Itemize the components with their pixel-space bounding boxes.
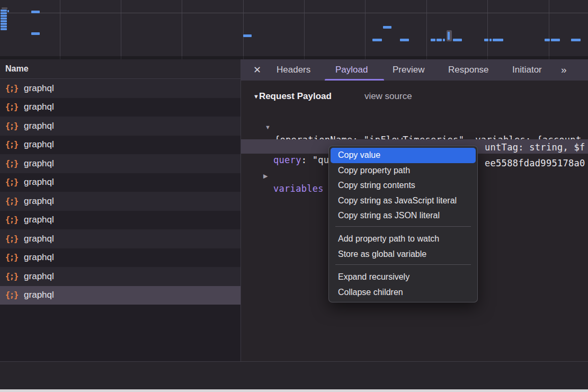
- request-row[interactable]: {;}graphql: [0, 154, 240, 173]
- name-column-label: Name: [5, 64, 29, 73]
- expand-arrow-icon[interactable]: ▶: [263, 170, 268, 182]
- view-source-link[interactable]: view source: [364, 91, 412, 101]
- tab-preview[interactable]: Preview: [393, 59, 424, 81]
- request-name: graphql: [24, 234, 54, 244]
- menu-item-store-as-global-variable[interactable]: Store as global variable: [329, 247, 477, 262]
- json-file-icon: {;}: [5, 84, 18, 93]
- waterfall-bar: [31, 32, 40, 35]
- status-footer: [0, 362, 588, 389]
- devtools-network-panel: Name {;}graphql{;}graphql{;}graphql{;}gr…: [0, 0, 588, 392]
- request-list: {;}graphql{;}graphql{;}graphql{;}graphql…: [0, 79, 240, 305]
- menu-item-expand-recursively[interactable]: Expand recursively: [329, 270, 477, 285]
- waterfall-bar: [493, 39, 503, 41]
- menu-item-copy-property-path[interactable]: Copy property path: [329, 163, 477, 179]
- request-row[interactable]: {;}graphql: [0, 79, 240, 98]
- waterfall-bar: [571, 39, 581, 41]
- section-title: Request Payload: [259, 91, 332, 101]
- tab-payload[interactable]: Payload: [335, 59, 368, 81]
- waterfall-bar: [383, 26, 391, 29]
- request-row[interactable]: {;}graphql: [0, 229, 240, 248]
- menu-item-add-property-path-to-watch[interactable]: Add property path to watch: [329, 231, 477, 247]
- waterfall-bar: [443, 39, 445, 41]
- menu-item-copy-string-as-json-literal[interactable]: Copy string as JSON literal: [329, 208, 477, 224]
- gridline: [304, 0, 305, 59]
- selected-request-marker: [447, 30, 452, 41]
- request-row[interactable]: {;}graphql: [0, 286, 240, 305]
- waterfall-bar: [1, 25, 7, 28]
- waterfall-bar: [1, 17, 7, 20]
- close-icon[interactable]: ✕: [253, 59, 261, 81]
- json-file-icon: {;}: [5, 140, 18, 149]
- gridline: [243, 0, 244, 59]
- request-name: graphql: [24, 177, 54, 188]
- network-overview-timeline[interactable]: [0, 0, 588, 59]
- waterfall-bar: [1, 15, 7, 17]
- request-name: graphql: [24, 215, 54, 225]
- gridline: [426, 0, 427, 59]
- gridline: [365, 0, 366, 59]
- menu-item-copy-string-as-javascript-literal[interactable]: Copy string as JavaScript literal: [329, 193, 477, 209]
- waterfall-bar: [372, 39, 382, 41]
- request-name: graphql: [24, 102, 54, 112]
- waterfall-bar: [484, 39, 488, 41]
- json-file-icon: {;}: [5, 253, 18, 262]
- request-row[interactable]: {;}graphql: [0, 136, 240, 155]
- waterfall-bar: [453, 39, 462, 41]
- gridline: [60, 0, 60, 59]
- request-row[interactable]: {;}graphql: [0, 192, 240, 211]
- gridline: [487, 0, 488, 59]
- request-row[interactable]: {;}graphql: [0, 98, 240, 117]
- json-key: variables: [273, 182, 324, 195]
- json-row-operationname[interactable]: operationName: "ipFlowTimeseries": [241, 124, 588, 137]
- request-payload-section-header[interactable]: ▼Request Payloadview source: [253, 90, 412, 103]
- tab-response[interactable]: Response: [448, 59, 489, 81]
- waterfall-bar: [489, 39, 492, 41]
- request-name: graphql: [24, 252, 54, 263]
- menu-item-copy-value[interactable]: Copy value: [331, 148, 476, 163]
- waterfall-bar: [31, 11, 40, 13]
- waterfall-bar: [7, 10, 9, 12]
- context-menu: Copy valueCopy property pathCopy string …: [328, 146, 478, 302]
- waterfall-bar: [400, 39, 409, 41]
- waterfall-bar: [1, 23, 7, 25]
- request-row[interactable]: {;}graphql: [0, 248, 240, 268]
- request-row[interactable]: {;}graphql: [0, 173, 240, 192]
- gridline: [182, 0, 182, 59]
- request-row[interactable]: {;}graphql: [0, 267, 240, 286]
- request-row[interactable]: {;}graphql: [0, 117, 240, 136]
- more-tabs-icon[interactable]: »: [561, 59, 566, 81]
- gridline: [549, 0, 549, 59]
- gridline: [0, 13, 588, 13]
- waterfall-bar: [551, 39, 560, 41]
- request-name: graphql: [24, 196, 54, 207]
- json-file-icon: {;}: [5, 215, 18, 225]
- json-value-right-fragment: ee5588fdad995178a0: [485, 157, 585, 170]
- gridline: [121, 0, 121, 59]
- menu-item-collapse-children[interactable]: Collapse children: [329, 285, 477, 300]
- json-root-row[interactable]: ▼ {operationName: "ipFlowTimeseries", va…: [241, 108, 588, 121]
- request-name: graphql: [24, 158, 54, 169]
- tab-initiator[interactable]: Initiator: [512, 59, 542, 81]
- request-name: graphql: [24, 290, 54, 300]
- menu-separator: [335, 226, 471, 227]
- json-file-icon: {;}: [5, 159, 18, 168]
- marker-bar: [448, 32, 450, 40]
- waterfall-bar: [436, 39, 442, 41]
- json-file-icon: {;}: [5, 121, 18, 131]
- request-name: graphql: [24, 121, 54, 131]
- waterfall-bar: [545, 39, 550, 41]
- json-file-icon: {;}: [5, 272, 18, 281]
- request-list-panel: Name {;}graphql{;}graphql{;}graphql{;}gr…: [0, 59, 240, 361]
- waterfall-bar: [1, 20, 7, 22]
- json-file-icon: {;}: [5, 102, 18, 112]
- waterfall-bar: [1, 12, 7, 14]
- request-row[interactable]: {;}graphql: [0, 211, 240, 230]
- name-column-header[interactable]: Name: [0, 59, 240, 79]
- request-name: graphql: [24, 271, 54, 282]
- tab-headers[interactable]: Headers: [277, 59, 310, 81]
- menu-separator: [335, 264, 471, 265]
- waterfall-bar: [1, 10, 7, 12]
- menu-item-copy-string-contents[interactable]: Copy string contents: [329, 178, 477, 193]
- waterfall-bar: [243, 34, 252, 37]
- collapse-triangle-icon[interactable]: ▼: [253, 93, 259, 100]
